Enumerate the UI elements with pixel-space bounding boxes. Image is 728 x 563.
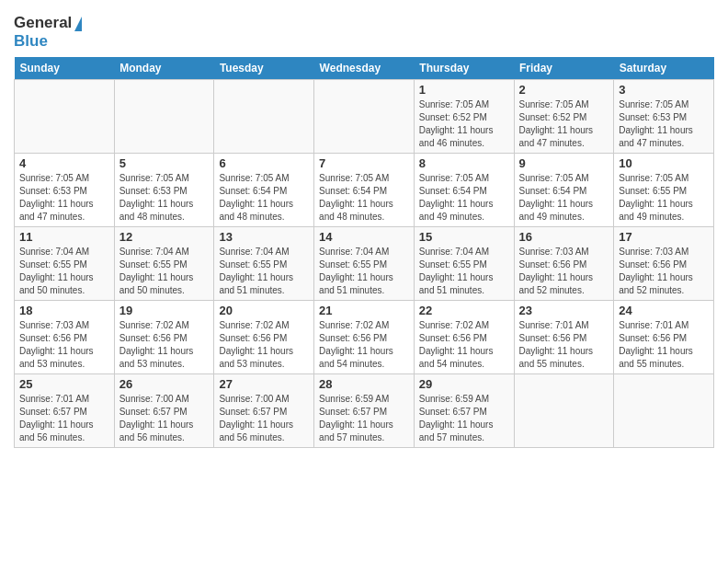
day-number: 6 xyxy=(219,156,309,170)
calendar-cell: 27Sunrise: 7:00 AM Sunset: 6:57 PM Dayli… xyxy=(214,374,314,448)
day-number: 1 xyxy=(419,83,509,97)
weekday-header-wednesday: Wednesday xyxy=(314,57,415,80)
logo: General Blue xyxy=(14,14,82,50)
calendar-week-row: 11Sunrise: 7:04 AM Sunset: 6:55 PM Dayli… xyxy=(15,227,714,301)
day-info: Sunrise: 7:05 AM Sunset: 6:54 PM Dayligh… xyxy=(519,172,609,224)
day-number: 5 xyxy=(119,156,210,170)
weekday-header-thursday: Thursday xyxy=(414,57,514,80)
day-info: Sunrise: 6:59 AM Sunset: 6:57 PM Dayligh… xyxy=(419,393,509,444)
day-number: 27 xyxy=(219,377,309,391)
calendar-cell: 9Sunrise: 7:05 AM Sunset: 6:54 PM Daylig… xyxy=(514,154,614,227)
calendar-cell xyxy=(214,80,314,154)
day-info: Sunrise: 7:00 AM Sunset: 6:57 PM Dayligh… xyxy=(119,393,210,444)
calendar-cell: 13Sunrise: 7:04 AM Sunset: 6:55 PM Dayli… xyxy=(214,227,314,301)
day-number: 2 xyxy=(519,83,609,97)
weekday-header-saturday: Saturday xyxy=(614,57,714,80)
day-info: Sunrise: 7:05 AM Sunset: 6:53 PM Dayligh… xyxy=(119,172,210,224)
day-number: 24 xyxy=(619,304,709,317)
weekday-header-monday: Monday xyxy=(114,57,214,80)
calendar-cell: 15Sunrise: 7:04 AM Sunset: 6:55 PM Dayli… xyxy=(414,227,514,301)
day-info: Sunrise: 7:04 AM Sunset: 6:55 PM Dayligh… xyxy=(319,246,409,297)
day-info: Sunrise: 7:05 AM Sunset: 6:52 PM Dayligh… xyxy=(419,98,509,150)
day-number: 9 xyxy=(519,156,609,170)
calendar-week-row: 25Sunrise: 7:01 AM Sunset: 6:57 PM Dayli… xyxy=(15,374,714,448)
calendar-cell: 25Sunrise: 7:01 AM Sunset: 6:57 PM Dayli… xyxy=(15,374,115,448)
calendar-cell: 12Sunrise: 7:04 AM Sunset: 6:55 PM Dayli… xyxy=(114,227,214,301)
day-info: Sunrise: 7:05 AM Sunset: 6:53 PM Dayligh… xyxy=(619,98,709,150)
calendar-week-row: 4Sunrise: 7:05 AM Sunset: 6:53 PM Daylig… xyxy=(15,154,714,227)
day-info: Sunrise: 7:02 AM Sunset: 6:56 PM Dayligh… xyxy=(119,319,210,371)
day-info: Sunrise: 7:04 AM Sunset: 6:55 PM Dayligh… xyxy=(419,246,509,297)
calendar-cell xyxy=(314,80,415,154)
calendar-cell: 29Sunrise: 6:59 AM Sunset: 6:57 PM Dayli… xyxy=(414,374,514,448)
calendar-cell: 16Sunrise: 7:03 AM Sunset: 6:56 PM Dayli… xyxy=(514,227,614,301)
day-info: Sunrise: 7:05 AM Sunset: 6:55 PM Dayligh… xyxy=(619,172,709,224)
day-number: 20 xyxy=(219,304,309,317)
calendar-table: SundayMondayTuesdayWednesdayThursdayFrid… xyxy=(14,57,714,448)
day-info: Sunrise: 7:03 AM Sunset: 6:56 PM Dayligh… xyxy=(19,319,109,371)
calendar-cell: 7Sunrise: 7:05 AM Sunset: 6:54 PM Daylig… xyxy=(314,154,415,227)
calendar-cell: 4Sunrise: 7:05 AM Sunset: 6:53 PM Daylig… xyxy=(15,154,115,227)
day-info: Sunrise: 7:05 AM Sunset: 6:54 PM Dayligh… xyxy=(319,172,409,224)
calendar-cell: 8Sunrise: 7:05 AM Sunset: 6:54 PM Daylig… xyxy=(414,154,514,227)
day-number: 11 xyxy=(19,230,109,244)
day-info: Sunrise: 7:01 AM Sunset: 6:56 PM Dayligh… xyxy=(619,319,709,371)
day-number: 26 xyxy=(119,377,210,391)
header: General Blue xyxy=(14,9,714,50)
calendar-cell: 3Sunrise: 7:05 AM Sunset: 6:53 PM Daylig… xyxy=(614,80,714,154)
calendar-cell: 1Sunrise: 7:05 AM Sunset: 6:52 PM Daylig… xyxy=(414,80,514,154)
day-number: 8 xyxy=(419,156,509,170)
calendar-cell: 11Sunrise: 7:04 AM Sunset: 6:55 PM Dayli… xyxy=(15,227,115,301)
day-number: 19 xyxy=(119,304,210,317)
day-info: Sunrise: 7:03 AM Sunset: 6:56 PM Dayligh… xyxy=(519,246,609,297)
calendar-week-row: 18Sunrise: 7:03 AM Sunset: 6:56 PM Dayli… xyxy=(15,301,714,374)
main-container: General Blue SundayMondayTuesdayWednesda… xyxy=(0,0,728,453)
day-info: Sunrise: 7:03 AM Sunset: 6:56 PM Dayligh… xyxy=(619,246,709,297)
calendar-cell: 10Sunrise: 7:05 AM Sunset: 6:55 PM Dayli… xyxy=(614,154,714,227)
day-info: Sunrise: 7:04 AM Sunset: 6:55 PM Dayligh… xyxy=(219,246,309,297)
calendar-cell xyxy=(114,80,214,154)
calendar-cell: 20Sunrise: 7:02 AM Sunset: 6:56 PM Dayli… xyxy=(214,301,314,374)
day-number: 25 xyxy=(19,377,109,391)
day-info: Sunrise: 7:05 AM Sunset: 6:54 PM Dayligh… xyxy=(419,172,509,224)
day-info: Sunrise: 7:05 AM Sunset: 6:52 PM Dayligh… xyxy=(519,98,609,150)
calendar-cell: 2Sunrise: 7:05 AM Sunset: 6:52 PM Daylig… xyxy=(514,80,614,154)
day-info: Sunrise: 6:59 AM Sunset: 6:57 PM Dayligh… xyxy=(319,393,409,444)
day-info: Sunrise: 7:02 AM Sunset: 6:56 PM Dayligh… xyxy=(319,319,409,371)
calendar-cell: 6Sunrise: 7:05 AM Sunset: 6:54 PM Daylig… xyxy=(214,154,314,227)
calendar-cell: 17Sunrise: 7:03 AM Sunset: 6:56 PM Dayli… xyxy=(614,227,714,301)
day-number: 28 xyxy=(319,377,409,391)
weekday-header-sunday: Sunday xyxy=(15,57,115,80)
calendar-cell: 19Sunrise: 7:02 AM Sunset: 6:56 PM Dayli… xyxy=(114,301,214,374)
day-number: 17 xyxy=(619,230,709,244)
day-number: 21 xyxy=(319,304,409,317)
day-info: Sunrise: 7:05 AM Sunset: 6:54 PM Dayligh… xyxy=(219,172,309,224)
day-info: Sunrise: 7:02 AM Sunset: 6:56 PM Dayligh… xyxy=(419,319,509,371)
day-number: 3 xyxy=(619,83,709,97)
day-info: Sunrise: 7:01 AM Sunset: 6:57 PM Dayligh… xyxy=(19,393,109,444)
logo-blue: Blue xyxy=(14,32,82,51)
logo-general: General xyxy=(14,14,82,32)
day-info: Sunrise: 7:05 AM Sunset: 6:53 PM Dayligh… xyxy=(19,172,109,224)
calendar-cell: 14Sunrise: 7:04 AM Sunset: 6:55 PM Dayli… xyxy=(314,227,415,301)
calendar-cell: 24Sunrise: 7:01 AM Sunset: 6:56 PM Dayli… xyxy=(614,301,714,374)
calendar-cell: 26Sunrise: 7:00 AM Sunset: 6:57 PM Dayli… xyxy=(114,374,214,448)
weekday-header-friday: Friday xyxy=(514,57,614,80)
day-info: Sunrise: 7:00 AM Sunset: 6:57 PM Dayligh… xyxy=(219,393,309,444)
day-number: 4 xyxy=(19,156,109,170)
calendar-cell: 28Sunrise: 6:59 AM Sunset: 6:57 PM Dayli… xyxy=(314,374,415,448)
calendar-cell xyxy=(15,80,115,154)
calendar-cell: 23Sunrise: 7:01 AM Sunset: 6:56 PM Dayli… xyxy=(514,301,614,374)
day-number: 29 xyxy=(419,377,509,391)
day-number: 18 xyxy=(19,304,109,317)
calendar-cell: 18Sunrise: 7:03 AM Sunset: 6:56 PM Dayli… xyxy=(15,301,115,374)
day-number: 13 xyxy=(219,230,309,244)
calendar-cell: 5Sunrise: 7:05 AM Sunset: 6:53 PM Daylig… xyxy=(114,154,214,227)
day-info: Sunrise: 7:04 AM Sunset: 6:55 PM Dayligh… xyxy=(119,246,210,297)
day-number: 10 xyxy=(619,156,709,170)
calendar-week-row: 1Sunrise: 7:05 AM Sunset: 6:52 PM Daylig… xyxy=(15,80,714,154)
weekday-header-row: SundayMondayTuesdayWednesdayThursdayFrid… xyxy=(15,57,714,80)
day-number: 14 xyxy=(319,230,409,244)
day-info: Sunrise: 7:02 AM Sunset: 6:56 PM Dayligh… xyxy=(219,319,309,371)
day-number: 7 xyxy=(319,156,409,170)
